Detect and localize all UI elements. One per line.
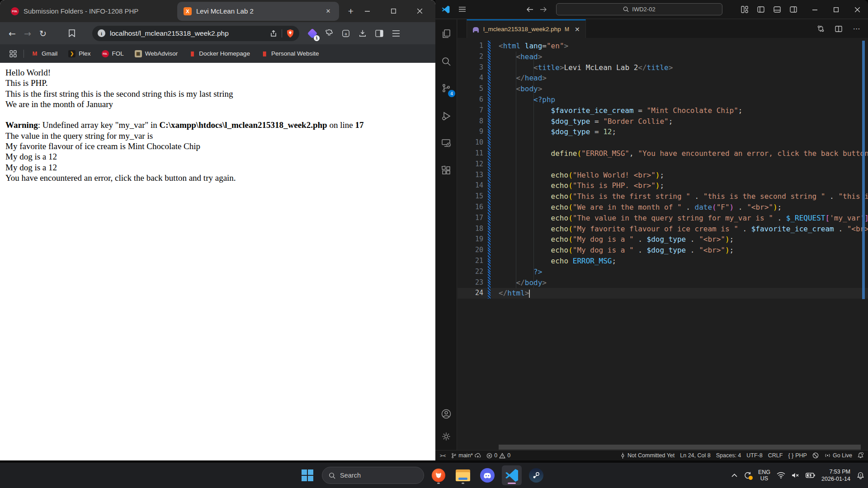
taskbar-vscode-icon[interactable] [502, 465, 522, 485]
encoding-setting[interactable]: UTF-8 [744, 450, 765, 461]
code-line-5[interactable]: 5 <body> [458, 84, 868, 94]
tab-close-icon[interactable]: ✕ [575, 26, 580, 33]
share-icon[interactable] [270, 30, 277, 37]
editor-tab-php-file[interactable]: l_mclean215318_week2.php M ✕ [467, 19, 586, 38]
bookmark-gmail[interactable]: M Gmail [28, 48, 61, 59]
boxed-a-icon[interactable]: a [339, 27, 353, 40]
apps-grid-icon[interactable] [6, 47, 20, 61]
horizontal-scrollbar[interactable] [499, 445, 861, 450]
search-icon[interactable] [439, 54, 453, 69]
code-line-24[interactable]: 24</html> [458, 288, 868, 299]
remote-indicator-icon[interactable]: >< [437, 450, 448, 461]
code-line-6[interactable]: 6 <?php [458, 94, 868, 105]
customize-layout-icon[interactable] [738, 3, 751, 16]
toggle-panel-icon[interactable] [770, 3, 784, 16]
back-icon[interactable]: ← [5, 26, 20, 41]
code-line-19[interactable]: 19 echo("My dog is a " . $dog_type . "<b… [458, 234, 868, 245]
settings-gear-icon[interactable] [439, 429, 453, 444]
copilot-disabled-icon[interactable] [810, 450, 821, 461]
taskbar-file-explorer-icon[interactable] [453, 465, 473, 485]
site-info-icon[interactable]: i [98, 29, 105, 37]
start-button[interactable] [297, 465, 317, 485]
split-editor-icon[interactable] [832, 22, 845, 36]
problems-indicator[interactable]: 0 0 [484, 450, 513, 461]
bookmark-plex[interactable]: ❯ Plex [65, 48, 94, 59]
more-actions-icon[interactable]: ⋯ [850, 22, 863, 36]
source-control-icon[interactable]: 4 [439, 81, 453, 95]
toggle-primary-sidebar-icon[interactable] [754, 3, 768, 16]
reload-icon[interactable]: ↻ [35, 26, 51, 41]
code-line-2[interactable]: 2 <head> [458, 52, 868, 62]
navigate-back-icon[interactable] [523, 3, 537, 16]
tray-update-icon[interactable] [744, 471, 752, 479]
code-line-20[interactable]: 20 echo("My dog is a " . $dog_type . "<b… [458, 245, 868, 256]
taskbar-steam-icon[interactable] [526, 465, 546, 485]
git-commit-status[interactable]: Not Committed Yet [617, 450, 677, 461]
git-branch-indicator[interactable]: main* [448, 450, 484, 461]
navigate-forward-icon[interactable] [537, 3, 550, 16]
url-text[interactable]: localhost/l_mclean215318_week2.php [110, 29, 265, 38]
tray-language-switcher[interactable]: ENG US [758, 469, 770, 482]
remote-explorer-icon[interactable] [439, 136, 453, 150]
eol-setting[interactable]: CRLF [765, 450, 786, 461]
code-editor[interactable]: 1<html lang="en">2 <head>3 <title>Levi M… [458, 38, 868, 450]
bookmark-fol[interactable]: FOL FOL [98, 48, 127, 59]
code-line-17[interactable]: 17 echo("The value in the query string f… [458, 213, 868, 224]
bookmark-personal-website[interactable]: ▐▌ Personal Website [257, 48, 323, 59]
tray-chevron-up-icon[interactable] [731, 474, 737, 477]
browser-maximize-button[interactable] [380, 3, 406, 19]
bookmarks-icon[interactable] [64, 26, 80, 41]
taskbar-discord-icon[interactable] [477, 465, 497, 485]
language-mode[interactable]: { } PHP [785, 450, 810, 461]
browser-close-button[interactable] [406, 3, 433, 19]
go-live-button[interactable]: Go Live [821, 450, 855, 461]
code-line-4[interactable]: 4 </head> [458, 73, 868, 84]
tray-volume-muted-icon[interactable] [792, 472, 799, 479]
tray-wifi-icon[interactable] [777, 472, 785, 479]
code-line-15[interactable]: 15 echo("This is the first string " . "t… [458, 191, 868, 202]
code-line-3[interactable]: 3 <title>Levi McLean Lab 2</title> [458, 62, 868, 73]
accounts-icon[interactable] [439, 407, 453, 421]
code-line-1[interactable]: 1<html lang="en"> [458, 41, 868, 52]
vscode-maximize-button[interactable] [826, 0, 847, 19]
explorer-icon[interactable] [439, 27, 453, 41]
code-line-14[interactable]: 14 echo("This is PHP. <br>"); [458, 180, 868, 191]
vscode-minimize-button[interactable] [804, 0, 826, 19]
code-line-16[interactable]: 16 echo("We are in the month of " . date… [458, 202, 868, 213]
extensions-icon[interactable] [439, 163, 453, 178]
code-line-9[interactable]: 9 $dog_type = 12; [458, 127, 868, 137]
vscode-close-button[interactable] [847, 0, 868, 19]
sidebar-toggle-icon[interactable] [373, 27, 386, 40]
code-line-21[interactable]: 21 echo ERROR_MSG; [458, 256, 868, 267]
taskbar-brave-icon[interactable] [429, 465, 448, 485]
code-line-18[interactable]: 18 echo("My favorite flavour of ice crea… [458, 224, 868, 235]
taskbar-search[interactable]: Search [322, 467, 424, 484]
code-line-12[interactable]: 12 [458, 159, 868, 170]
indentation-setting[interactable]: Spaces: 4 [713, 450, 744, 461]
tray-clock[interactable]: 7:53 PM 2026-01-14 [821, 468, 850, 483]
cursor-position[interactable]: Ln 24, Col 8 [677, 450, 713, 461]
code-line-11[interactable]: 11 define("ERROR_MSG", "You have encount… [458, 148, 868, 159]
tab-close-icon[interactable]: ✕ [324, 7, 333, 16]
extensions-puzzle-icon[interactable] [322, 27, 336, 40]
browser-menu-icon[interactable] [389, 27, 403, 40]
menu-hamburger-icon[interactable] [455, 3, 469, 16]
brave-shield-icon[interactable] [287, 29, 294, 38]
code-line-10[interactable]: 10 [458, 137, 868, 148]
url-bar[interactable]: i localhost/l_mclean215318_week2.php [92, 26, 299, 41]
browser-minimize-button[interactable] [354, 3, 380, 19]
bookmark-webadvisor[interactable]: ▦ WebAdvisor [131, 48, 182, 59]
code-line-23[interactable]: 23 </body> [458, 277, 868, 288]
code-line-8[interactable]: 8 $dog_type = "Border Collie"; [458, 116, 868, 127]
forward-icon[interactable]: → [20, 26, 35, 41]
code-line-22[interactable]: 22 ?> [458, 267, 868, 277]
downloads-icon[interactable] [356, 27, 369, 40]
browser-tab-submission-folders[interactable]: FOL Submission Folders - INFO-1208 PHP [5, 2, 173, 21]
browser-tab-levi-mclean-lab2[interactable]: X Levi McLean Lab 2 ✕ [177, 2, 339, 21]
command-center-search[interactable]: IWD2-02 [556, 3, 722, 15]
brave-leo-icon[interactable]: 1 [306, 27, 319, 40]
notifications-bell-icon[interactable] [855, 450, 866, 461]
toggle-secondary-sidebar-icon[interactable] [787, 3, 800, 16]
code-line-7[interactable]: 7 $favorite_ice_cream = "Mint Chocolate … [458, 105, 868, 116]
tray-battery-icon[interactable] [806, 473, 815, 478]
